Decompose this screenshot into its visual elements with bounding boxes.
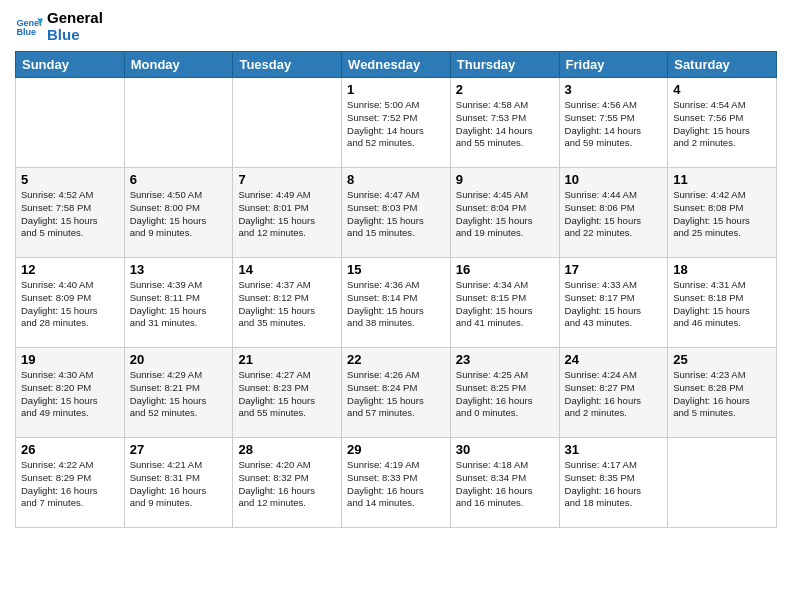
logo-icon: General Blue — [15, 13, 43, 41]
day-number: 17 — [565, 262, 663, 277]
day-header-thursday: Thursday — [450, 52, 559, 78]
day-cell: 15Sunrise: 4:36 AM Sunset: 8:14 PM Dayli… — [342, 258, 451, 348]
day-number: 23 — [456, 352, 554, 367]
day-cell: 21Sunrise: 4:27 AM Sunset: 8:23 PM Dayli… — [233, 348, 342, 438]
day-cell: 19Sunrise: 4:30 AM Sunset: 8:20 PM Dayli… — [16, 348, 125, 438]
day-number: 1 — [347, 82, 445, 97]
day-number: 19 — [21, 352, 119, 367]
day-number: 29 — [347, 442, 445, 457]
header-row: SundayMondayTuesdayWednesdayThursdayFrid… — [16, 52, 777, 78]
day-info: Sunrise: 4:26 AM Sunset: 8:24 PM Dayligh… — [347, 369, 445, 420]
day-cell: 12Sunrise: 4:40 AM Sunset: 8:09 PM Dayli… — [16, 258, 125, 348]
day-info: Sunrise: 4:27 AM Sunset: 8:23 PM Dayligh… — [238, 369, 336, 420]
day-info: Sunrise: 4:17 AM Sunset: 8:35 PM Dayligh… — [565, 459, 663, 510]
logo-line1: General — [47, 10, 103, 27]
day-info: Sunrise: 4:24 AM Sunset: 8:27 PM Dayligh… — [565, 369, 663, 420]
day-cell: 6Sunrise: 4:50 AM Sunset: 8:00 PM Daylig… — [124, 168, 233, 258]
day-number: 30 — [456, 442, 554, 457]
day-info: Sunrise: 4:49 AM Sunset: 8:01 PM Dayligh… — [238, 189, 336, 240]
day-number: 10 — [565, 172, 663, 187]
day-header-monday: Monday — [124, 52, 233, 78]
day-cell: 24Sunrise: 4:24 AM Sunset: 8:27 PM Dayli… — [559, 348, 668, 438]
day-info: Sunrise: 4:18 AM Sunset: 8:34 PM Dayligh… — [456, 459, 554, 510]
day-number: 13 — [130, 262, 228, 277]
svg-text:Blue: Blue — [16, 27, 36, 37]
day-cell: 26Sunrise: 4:22 AM Sunset: 8:29 PM Dayli… — [16, 438, 125, 528]
day-number: 15 — [347, 262, 445, 277]
day-number: 20 — [130, 352, 228, 367]
page: General Blue General Blue SundayMondayTu… — [0, 0, 792, 612]
day-cell: 18Sunrise: 4:31 AM Sunset: 8:18 PM Dayli… — [668, 258, 777, 348]
day-info: Sunrise: 4:30 AM Sunset: 8:20 PM Dayligh… — [21, 369, 119, 420]
day-cell — [124, 78, 233, 168]
day-number: 3 — [565, 82, 663, 97]
day-number: 6 — [130, 172, 228, 187]
day-number: 7 — [238, 172, 336, 187]
day-cell: 16Sunrise: 4:34 AM Sunset: 8:15 PM Dayli… — [450, 258, 559, 348]
header: General Blue General Blue — [15, 10, 777, 43]
day-info: Sunrise: 4:19 AM Sunset: 8:33 PM Dayligh… — [347, 459, 445, 510]
day-header-wednesday: Wednesday — [342, 52, 451, 78]
day-info: Sunrise: 4:25 AM Sunset: 8:25 PM Dayligh… — [456, 369, 554, 420]
day-number: 18 — [673, 262, 771, 277]
day-cell: 17Sunrise: 4:33 AM Sunset: 8:17 PM Dayli… — [559, 258, 668, 348]
day-header-saturday: Saturday — [668, 52, 777, 78]
day-info: Sunrise: 4:36 AM Sunset: 8:14 PM Dayligh… — [347, 279, 445, 330]
day-number: 26 — [21, 442, 119, 457]
day-cell: 11Sunrise: 4:42 AM Sunset: 8:08 PM Dayli… — [668, 168, 777, 258]
day-info: Sunrise: 4:34 AM Sunset: 8:15 PM Dayligh… — [456, 279, 554, 330]
day-cell: 9Sunrise: 4:45 AM Sunset: 8:04 PM Daylig… — [450, 168, 559, 258]
day-info: Sunrise: 4:44 AM Sunset: 8:06 PM Dayligh… — [565, 189, 663, 240]
week-row-1: 1Sunrise: 5:00 AM Sunset: 7:52 PM Daylig… — [16, 78, 777, 168]
calendar-table: SundayMondayTuesdayWednesdayThursdayFrid… — [15, 51, 777, 528]
day-info: Sunrise: 4:52 AM Sunset: 7:58 PM Dayligh… — [21, 189, 119, 240]
day-header-tuesday: Tuesday — [233, 52, 342, 78]
day-cell: 28Sunrise: 4:20 AM Sunset: 8:32 PM Dayli… — [233, 438, 342, 528]
week-row-3: 12Sunrise: 4:40 AM Sunset: 8:09 PM Dayli… — [16, 258, 777, 348]
day-info: Sunrise: 4:45 AM Sunset: 8:04 PM Dayligh… — [456, 189, 554, 240]
day-info: Sunrise: 4:47 AM Sunset: 8:03 PM Dayligh… — [347, 189, 445, 240]
logo-line2: Blue — [47, 27, 103, 44]
day-header-sunday: Sunday — [16, 52, 125, 78]
day-cell: 2Sunrise: 4:58 AM Sunset: 7:53 PM Daylig… — [450, 78, 559, 168]
week-row-4: 19Sunrise: 4:30 AM Sunset: 8:20 PM Dayli… — [16, 348, 777, 438]
day-number: 4 — [673, 82, 771, 97]
day-number: 22 — [347, 352, 445, 367]
day-info: Sunrise: 5:00 AM Sunset: 7:52 PM Dayligh… — [347, 99, 445, 150]
day-info: Sunrise: 4:22 AM Sunset: 8:29 PM Dayligh… — [21, 459, 119, 510]
day-info: Sunrise: 4:31 AM Sunset: 8:18 PM Dayligh… — [673, 279, 771, 330]
day-cell: 1Sunrise: 5:00 AM Sunset: 7:52 PM Daylig… — [342, 78, 451, 168]
day-cell: 31Sunrise: 4:17 AM Sunset: 8:35 PM Dayli… — [559, 438, 668, 528]
day-number: 11 — [673, 172, 771, 187]
day-cell: 23Sunrise: 4:25 AM Sunset: 8:25 PM Dayli… — [450, 348, 559, 438]
day-info: Sunrise: 4:50 AM Sunset: 8:00 PM Dayligh… — [130, 189, 228, 240]
day-number: 16 — [456, 262, 554, 277]
day-cell: 7Sunrise: 4:49 AM Sunset: 8:01 PM Daylig… — [233, 168, 342, 258]
day-info: Sunrise: 4:20 AM Sunset: 8:32 PM Dayligh… — [238, 459, 336, 510]
day-info: Sunrise: 4:29 AM Sunset: 8:21 PM Dayligh… — [130, 369, 228, 420]
day-cell: 27Sunrise: 4:21 AM Sunset: 8:31 PM Dayli… — [124, 438, 233, 528]
day-header-friday: Friday — [559, 52, 668, 78]
day-cell: 10Sunrise: 4:44 AM Sunset: 8:06 PM Dayli… — [559, 168, 668, 258]
day-number: 31 — [565, 442, 663, 457]
day-number: 21 — [238, 352, 336, 367]
day-number: 8 — [347, 172, 445, 187]
day-number: 25 — [673, 352, 771, 367]
day-cell: 30Sunrise: 4:18 AM Sunset: 8:34 PM Dayli… — [450, 438, 559, 528]
week-row-2: 5Sunrise: 4:52 AM Sunset: 7:58 PM Daylig… — [16, 168, 777, 258]
day-number: 28 — [238, 442, 336, 457]
day-cell: 25Sunrise: 4:23 AM Sunset: 8:28 PM Dayli… — [668, 348, 777, 438]
day-info: Sunrise: 4:21 AM Sunset: 8:31 PM Dayligh… — [130, 459, 228, 510]
day-cell: 5Sunrise: 4:52 AM Sunset: 7:58 PM Daylig… — [16, 168, 125, 258]
day-number: 9 — [456, 172, 554, 187]
day-cell — [16, 78, 125, 168]
day-info: Sunrise: 4:56 AM Sunset: 7:55 PM Dayligh… — [565, 99, 663, 150]
day-info: Sunrise: 4:23 AM Sunset: 8:28 PM Dayligh… — [673, 369, 771, 420]
day-number: 2 — [456, 82, 554, 97]
day-number: 24 — [565, 352, 663, 367]
day-cell: 14Sunrise: 4:37 AM Sunset: 8:12 PM Dayli… — [233, 258, 342, 348]
day-info: Sunrise: 4:54 AM Sunset: 7:56 PM Dayligh… — [673, 99, 771, 150]
day-number: 12 — [21, 262, 119, 277]
week-row-5: 26Sunrise: 4:22 AM Sunset: 8:29 PM Dayli… — [16, 438, 777, 528]
day-cell: 8Sunrise: 4:47 AM Sunset: 8:03 PM Daylig… — [342, 168, 451, 258]
